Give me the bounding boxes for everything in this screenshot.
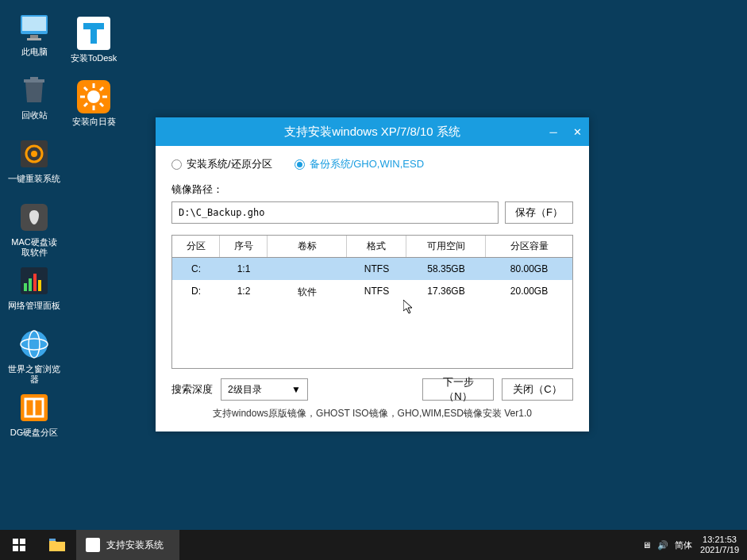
window-body: 安装系统/还原分区 备份系统/GHO,WIN,ESD 镜像路径： 保存（F） 分… [156,146,589,432]
table-cell: C: [172,258,220,280]
window-controls: ─ ✕ [541,117,589,146]
taskbar-app-installer[interactable]: ⚙ 支持安装系统 [76,530,179,560]
desktop-icon-computer[interactable]: 此电脑 [6,6,62,66]
next-button[interactable]: 下一步（N） [422,378,494,401]
start-button[interactable] [0,530,38,560]
app-icon: ⚙ [86,538,100,552]
icon-label: 一键重装系统 [8,174,60,184]
desktop-icon-dg-partition[interactable]: DG硬盘分区 [6,387,62,447]
dg-partition-icon [17,391,51,424]
path-row: 保存（F） [171,201,573,224]
desktop-icon-recycle[interactable]: 回收站 [6,70,62,129]
icon-label: 安装向日葵 [72,117,116,127]
sunflower-icon [77,80,110,113]
minimize-button[interactable]: ─ [541,117,565,146]
column-header[interactable]: 格式 [347,236,406,257]
depth-value: 2级目录 [228,383,262,397]
desktop-area-2: 安装ToDesk安装向日葵 [60,6,128,146]
date-text: 2021/7/19 [700,545,739,555]
radio-label: 备份系统/GHO,WIN,ESD [310,157,424,171]
table-cell: 软件 [268,280,347,305]
image-path-input[interactable] [171,201,499,224]
close-button-footer[interactable]: 关闭（C） [502,378,573,401]
table-row[interactable]: C:1:1NTFS58.35GB80.00GB [172,258,572,280]
icon-label: 回收站 [21,110,48,121]
table-cell: 1:1 [220,258,268,280]
search-depth-label: 搜索深度 [171,382,213,397]
column-header[interactable]: 卷标 [268,236,347,257]
column-header[interactable]: 序号 [220,236,268,257]
column-header[interactable]: 分区 [172,236,220,257]
svg-rect-13 [33,274,37,291]
installer-window: 支持安装windows XP/7/8/10 系统 ─ ✕ 安装系统/还原分区 备… [156,117,589,432]
table-header: 分区序号卷标格式可用空间分区容量 [172,236,572,258]
table-cell: 58.35GB [406,258,486,280]
radio-backup-system[interactable]: 备份系统/GHO,WIN,ESD [295,157,424,171]
network-icon[interactable]: 🖥 [642,540,651,550]
table-cell: 20.00GB [486,280,572,305]
volume-icon[interactable]: 🔊 [657,540,668,550]
column-header[interactable]: 分区容量 [486,236,572,257]
footer-text: 支持windows原版镜像，GHOST ISO镜像，GHO,WIM,ESD镜像安… [171,401,573,424]
svg-rect-35 [20,546,25,551]
search-depth-select[interactable]: 2级目录 ▼ [221,378,308,401]
system-tray: 🖥 🔊 简体 13:21:53 2021/7/19 [642,535,747,555]
table-cell [268,258,347,280]
table-row[interactable]: D:1:2软件NTFS17.36GB20.00GB [172,280,572,305]
system-reinstall-icon [17,137,51,171]
partition-table: 分区序号卷标格式可用空间分区容量 C:1:1NTFS58.35GB80.00GB… [171,235,573,369]
table-cell: 1:2 [220,280,268,305]
desktop-icon-browser[interactable]: 世界之窗浏览器 [6,324,62,383]
icon-label: DG硬盘分区 [10,428,59,438]
bottom-controls: 搜索深度 2级目录 ▼ 下一步（N） 关闭（C） [171,378,573,401]
mode-radio-group: 安装系统/还原分区 备份系统/GHO,WIN,ESD [171,157,573,171]
svg-point-23 [87,90,100,103]
icon-label: 此电脑 [21,47,48,57]
browser-icon [17,328,51,361]
window-title: 支持安装windows XP/7/8/10 系统 [156,125,589,140]
radio-install-restore[interactable]: 安装系统/还原分区 [171,157,272,171]
taskbar-app-label: 支持安装系统 [106,539,164,552]
desktop-icon-todesk[interactable]: 安装ToDesk [66,13,121,72]
clock[interactable]: 13:21:53 2021/7/19 [700,535,739,555]
mac-disk-icon [17,201,51,234]
desktop-area: 此电脑回收站一键重装系统MAC硬盘读取软件网络管理面板世界之窗浏览器DG硬盘分区 [0,0,68,457]
save-button[interactable]: 保存（F） [505,201,573,224]
ime-indicator[interactable]: 简体 [675,539,692,551]
column-header[interactable]: 可用空间 [406,236,486,257]
icon-label: 世界之窗浏览器 [7,364,61,385]
desktop-icon-network-panel[interactable]: 网络管理面板 [6,260,62,320]
svg-rect-32 [13,539,18,544]
file-explorer-icon[interactable] [38,530,76,560]
todesk-icon [77,17,110,50]
svg-rect-33 [20,539,25,544]
table-cell: NTFS [347,258,406,280]
time-text: 13:21:53 [700,535,739,545]
svg-rect-12 [29,278,32,291]
svg-rect-1 [22,17,46,31]
taskbar: ⚙ 支持安装系统 🖥 🔊 简体 13:21:53 2021/7/19 [0,530,747,560]
svg-point-15 [21,331,48,358]
radio-icon [295,159,305,170]
table-cell: 80.00GB [486,258,572,280]
svg-rect-14 [38,280,41,291]
table-cell: NTFS [347,280,406,305]
dropdown-icon: ▼ [291,384,301,395]
close-button[interactable]: ✕ [565,117,589,146]
table-body[interactable]: C:1:1NTFS58.35GB80.00GBD:1:2软件NTFS17.36G… [172,258,572,369]
table-cell: D: [172,280,220,305]
svg-rect-34 [13,546,18,551]
desktop-icon-sunflower[interactable]: 安装向日葵 [66,76,121,136]
svg-rect-2 [30,35,38,38]
icon-label: MAC硬盘读取软件 [7,237,61,258]
network-panel-icon [17,264,51,297]
computer-icon [17,10,51,44]
icon-label: 网络管理面板 [8,301,60,311]
svg-point-8 [31,151,37,157]
svg-rect-11 [24,283,27,291]
desktop-icon-system-reinstall[interactable]: 一键重装系统 [6,133,62,193]
recycle-icon [17,74,51,107]
titlebar[interactable]: 支持安装windows XP/7/8/10 系统 ─ ✕ [156,117,589,146]
svg-rect-36 [49,539,56,541]
desktop-icon-mac-disk[interactable]: MAC硬盘读取软件 [6,197,62,256]
